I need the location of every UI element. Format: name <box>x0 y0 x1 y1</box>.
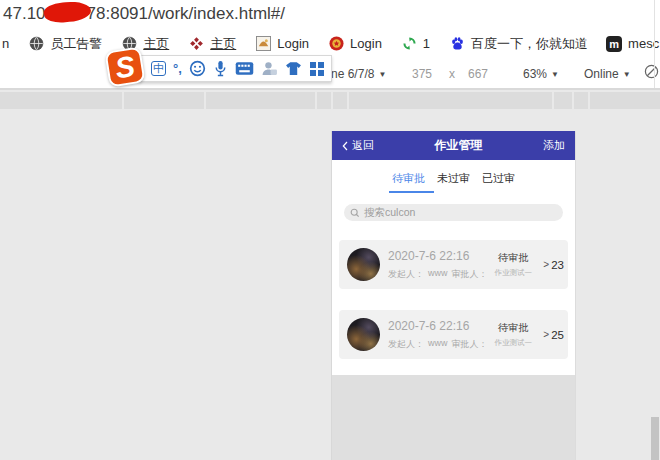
active-tab-underline <box>389 191 434 193</box>
bookmarks-bar: n 员工告警 主页 主页 Login Login 1 百度一下，你就知道 m m… <box>0 29 660 58</box>
item-count: >23 <box>543 259 564 271</box>
url-bar[interactable]: 47.1078:8091/work/index.html#/ <box>0 0 660 28</box>
emblem-icon <box>329 36 344 51</box>
add-button[interactable]: 添加 <box>543 138 565 153</box>
rotate-icon[interactable] <box>644 64 659 82</box>
scrollbar-thumb[interactable] <box>651 417 659 460</box>
search-input[interactable]: 搜索culcon <box>344 204 563 221</box>
item-date: 2020-7-6 22:16 <box>388 249 485 263</box>
redaction-blob <box>43 0 92 24</box>
viewport-lower-area <box>332 375 575 460</box>
item-subtitle: 作业测试一 <box>493 338 533 348</box>
avatar <box>347 318 380 351</box>
search-icon <box>350 208 360 218</box>
keyboard-icon[interactable] <box>235 61 254 76</box>
picture-icon <box>256 36 271 51</box>
bookmark-item[interactable]: m mesc <box>606 36 659 52</box>
gray-blocks-row <box>0 92 660 109</box>
bookmark-item[interactable]: Login <box>329 36 382 51</box>
item-meta: 发起人：www审批人： <box>388 268 485 281</box>
bookmark-item[interactable]: 百度一下，你就知道 <box>450 35 588 53</box>
dimension-separator: x <box>449 67 455 81</box>
item-count: >25 <box>543 329 564 341</box>
item-date: 2020-7-6 22:16 <box>388 319 485 333</box>
app-header: 返回 作业管理 添加 <box>332 131 575 160</box>
tab-approved[interactable]: 已过审 <box>482 171 515 186</box>
url-text-suffix: 78:8091/work/index.html#/ <box>87 4 285 24</box>
item-meta: 发起人：www审批人： <box>388 338 485 351</box>
sogou-toolbar: 中 °, <box>138 55 332 82</box>
zoom-selector[interactable]: 63%▼ <box>523 67 559 81</box>
chinese-mode-icon[interactable]: 中 <box>151 61 166 76</box>
avatar <box>347 248 380 281</box>
viewport-height-input[interactable]: 667 <box>468 67 488 81</box>
bookmark-item[interactable]: 主页 <box>189 35 236 53</box>
chevron-right-icon: > <box>543 329 549 340</box>
list-item[interactable]: 2020-7-6 22:16 发起人：www审批人： 待审批 作业测试一 >25 <box>339 310 568 359</box>
microphone-icon[interactable] <box>213 60 228 77</box>
back-button[interactable]: 返回 <box>342 138 374 153</box>
network-throttle-selector[interactable]: Online▼ <box>584 67 631 81</box>
tab-rejected[interactable]: 未过审 <box>437 171 470 186</box>
tab-pending[interactable]: 待审批 <box>392 171 425 186</box>
bookmark-item[interactable]: 1 <box>402 36 430 51</box>
emulated-viewport: 返回 作业管理 添加 待审批 未过审 已过审 搜索culcon 2020-7-6… <box>332 131 575 460</box>
chevron-right-icon: > <box>543 259 549 270</box>
status-badge: 待审批 <box>493 321 533 335</box>
skin-icon[interactable] <box>285 61 302 76</box>
green-cycle-icon <box>402 36 417 51</box>
page-title: 作业管理 <box>435 137 483 154</box>
viewport-width-input[interactable]: 375 <box>412 67 432 81</box>
list-item[interactable]: 2020-7-6 22:16 发起人：www审批人： 待审批 作业测试一 >23 <box>339 240 568 289</box>
diamond-icon <box>189 36 204 51</box>
status-badge: 待审批 <box>493 251 533 265</box>
baidu-paw-icon <box>450 36 465 51</box>
search-placeholder: 搜索culcon <box>364 206 415 220</box>
globe-icon <box>29 36 44 51</box>
back-chevron-icon <box>342 141 348 151</box>
m-badge-icon: m <box>606 36 622 52</box>
user-icon[interactable] <box>261 60 278 77</box>
punctuation-icon[interactable]: °, <box>173 61 182 76</box>
url-text-prefix: 47.10 <box>3 4 46 24</box>
bookmark-item[interactable]: Login <box>256 36 309 51</box>
tab-bar: 待审批 未过审 已过审 <box>332 160 575 186</box>
bookmark-item[interactable]: 员工告警 <box>29 35 102 53</box>
apps-grid-icon[interactable] <box>309 61 325 77</box>
sogou-logo-icon[interactable]: S <box>104 46 145 87</box>
emoji-icon[interactable] <box>189 60 206 77</box>
item-subtitle: 作业测试一 <box>493 268 533 278</box>
bookmark-item[interactable]: n <box>2 36 9 51</box>
window-edge <box>654 0 655 88</box>
